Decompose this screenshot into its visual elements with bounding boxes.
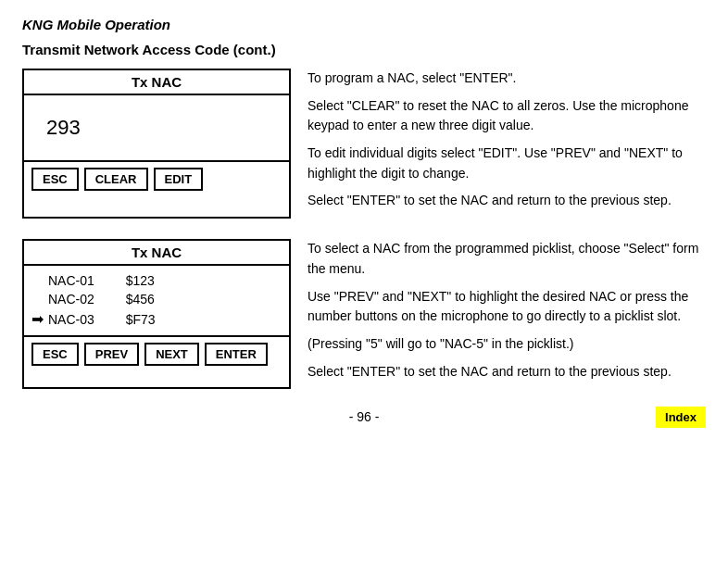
section-title: Transmit Network Access Code (cont.): [22, 42, 706, 57]
lcd-panel-1-btn-clear[interactable]: CLEAR: [84, 168, 148, 191]
lcd-list-row-2: ➡NAC-03 $F73: [28, 308, 285, 330]
lcd-panel-1-buttons: ESC CLEAR EDIT: [24, 160, 289, 196]
panel1-para-4: Select "ENTER" to set the NAC and return…: [308, 191, 706, 211]
panel1-para-3: To edit individual digits select "EDIT".…: [308, 144, 706, 183]
lcd-list-row-1: NAC-02 $456: [28, 290, 285, 308]
panel1-text-col: To program a NAC, select "ENTER". Select…: [308, 69, 706, 219]
lcd-panel-2-btn-esc[interactable]: ESC: [31, 343, 79, 366]
lcd-panel-2-btn-next[interactable]: NEXT: [144, 343, 199, 366]
lcd-panel-1-title: Tx NAC: [24, 70, 289, 95]
page-number: - 96 -: [22, 409, 706, 424]
panel1-para-1: To program a NAC, select "ENTER".: [308, 69, 706, 89]
lcd-panel-2-btn-enter[interactable]: ENTER: [205, 343, 268, 366]
panel2-text-col: To select a NAC from the programmed pick…: [308, 239, 706, 389]
panel2-para-2: Use "PREV" and "NEXT" to highlight the d…: [308, 287, 706, 327]
panel2-para-4: Select "ENTER" to set the NAC and return…: [308, 362, 706, 382]
nac-name-0: NAC-01: [48, 273, 115, 288]
footer: - 96 - Index: [22, 409, 706, 424]
section-row-2: Tx NAC NAC-01 $123NAC-02 $456➡NAC-03 $F7…: [22, 239, 706, 389]
arrow-2: ➡: [31, 310, 48, 328]
lcd-panel-2-title: Tx NAC: [24, 241, 289, 266]
lcd-panel-1: Tx NAC 293 ESC CLEAR EDIT: [22, 69, 291, 219]
nac-name-2: NAC-03: [48, 312, 115, 327]
panel2-para-3: (Pressing "5" will go to "NAC-5" in the …: [308, 334, 706, 355]
lcd-panel-1-btn-edit[interactable]: EDIT: [154, 168, 204, 191]
panel2-para-1: To select a NAC from the programmed pick…: [308, 239, 706, 279]
page-title: KNG Mobile Operation: [22, 17, 706, 32]
lcd-panel-1-btn-esc[interactable]: ESC: [31, 168, 79, 191]
lcd-panel-2-btn-prev[interactable]: PREV: [84, 343, 139, 366]
lcd-panel-2-list: NAC-01 $123NAC-02 $456➡NAC-03 $F73: [24, 266, 289, 335]
lcd-panel-1-body: 293: [24, 95, 289, 160]
lcd-panel-1-value: 293: [39, 106, 274, 149]
lcd-list-row-0: NAC-01 $123: [28, 271, 285, 290]
nac-name-1: NAC-02: [48, 292, 115, 307]
lcd-panel-2-buttons: ESC PREV NEXT ENTER: [24, 335, 289, 371]
panel1-para-2: Select "CLEAR" to reset the NAC to all z…: [308, 96, 706, 136]
index-button[interactable]: Index: [656, 407, 706, 428]
lcd-panel-2: Tx NAC NAC-01 $123NAC-02 $456➡NAC-03 $F7…: [22, 239, 291, 389]
nac-value-0: $123: [115, 273, 155, 288]
section-row-1: Tx NAC 293 ESC CLEAR EDIT To program a N…: [22, 69, 706, 219]
nac-value-2: $F73: [115, 312, 156, 327]
nac-value-1: $456: [115, 292, 155, 307]
